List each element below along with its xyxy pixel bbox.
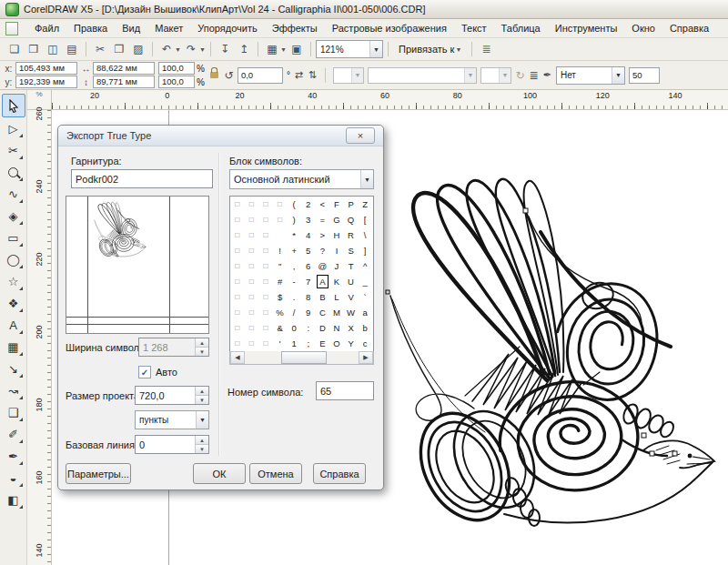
horizontal-ruler[interactable]: 20020406080100120140 [52,90,728,110]
character-cell[interactable]: K [329,274,344,289]
character-cell-selected[interactable]: A [316,274,330,289]
close-icon[interactable]: × [346,127,375,144]
character-cell[interactable]: a [358,305,372,320]
character-cell[interactable]: □ [230,336,245,351]
baseline-spinner[interactable]: 0 ▲▼ [135,435,209,454]
character-cell[interactable]: □ [258,289,273,305]
crop-tool[interactable]: ✂ [3,139,25,161]
character-cell[interactable]: 6 [301,258,316,274]
menu-item-3[interactable]: Вид [115,21,147,35]
character-cell[interactable]: W [344,305,359,320]
character-grid[interactable]: □□□□(2<FPZ□□□□)3=GQ[□□□*4>HR\□□□!+5?IS]□… [229,196,374,353]
character-cell[interactable]: Q [344,212,359,227]
character-cell[interactable]: □ [245,212,259,227]
character-cell[interactable]: □ [245,227,259,243]
character-cell[interactable]: □ [230,258,245,274]
new-document-icon[interactable]: ❏ [5,41,24,58]
scroll-right-icon[interactable]: ▶ [359,351,373,364]
character-cell[interactable]: S [344,243,359,258]
mirror-vertical-icon[interactable]: ⇅ [308,69,318,81]
ellipse-tool[interactable]: ◯ [3,248,25,270]
scale-x-field[interactable]: 100,0 [158,62,195,75]
character-cell[interactable]: : [301,320,316,336]
cut-icon[interactable]: ✂ [91,41,109,58]
dialog-title-bar[interactable]: Экспорт True Type × [58,126,383,146]
character-cell[interactable] [273,227,288,243]
scrollbar-thumb[interactable] [281,351,327,364]
character-cell[interactable]: U [344,274,359,289]
character-cell[interactable]: ' [273,336,288,351]
character-cell[interactable]: Z [358,197,372,212]
options-icon[interactable]: ≣ [477,41,495,58]
zoom-level-combo[interactable]: 121% ▼ [316,40,383,58]
character-cell[interactable]: 7 [301,274,316,289]
character-cell[interactable]: R [344,227,359,243]
character-cell[interactable]: c [358,336,372,351]
character-cell[interactable]: L [329,289,344,305]
chevron-down-icon[interactable]: ▼ [280,46,287,53]
character-cell[interactable]: □ [258,320,273,336]
character-cell[interactable]: * [287,227,301,243]
character-cell[interactable]: □ [258,258,273,274]
character-cell[interactable]: _ [358,274,372,289]
outline-pen-tool[interactable]: ✒ [3,445,25,467]
character-cell[interactable]: C [316,305,330,320]
connector-tool[interactable]: ↝ [3,379,25,401]
character-cell[interactable]: G [329,212,344,227]
paste-icon[interactable]: ▨ [129,41,147,58]
object-height-field[interactable]: 89,771 мм [93,76,155,88]
character-cell[interactable]: J [329,258,344,274]
character-cell[interactable]: ? [316,243,330,258]
ok-button[interactable]: ОК [193,463,246,484]
character-cell[interactable]: I [329,243,344,258]
character-cell[interactable]: □ [245,336,259,351]
character-cell[interactable]: . [287,289,301,305]
character-cell[interactable]: % [273,305,288,320]
character-cell[interactable]: O [329,336,344,351]
menu-item-7[interactable]: Растровые изображения [325,21,454,35]
table-tool[interactable]: ▦ [3,336,25,358]
character-cell[interactable]: □ [273,212,288,227]
auto-checkbox[interactable]: ✓ Авто [138,366,177,378]
character-cell[interactable]: □ [245,320,259,336]
character-cell[interactable]: & [273,320,288,336]
x-coordinate-field[interactable]: 105,493 мм [15,62,77,75]
application-launcher-icon[interactable]: ▦ [263,41,281,58]
chevron-down-icon[interactable]: ▼ [175,46,181,53]
character-cell[interactable]: ! [273,243,288,258]
character-cell[interactable]: > [316,227,330,243]
character-cell[interactable]: 5 [301,243,316,258]
scrollbar-track[interactable] [245,351,359,364]
spin-up-icon[interactable]: ▲ [196,436,208,445]
character-cell[interactable]: B [316,289,330,305]
help-button[interactable]: Справка [313,463,366,484]
project-size-value[interactable]: 720,0 [136,387,195,404]
lock-ratio-icon[interactable] [210,72,218,78]
chevron-down-icon[interactable]: ▼ [369,41,382,57]
character-cell[interactable]: @ [316,258,330,274]
menu-item-6[interactable]: Эффекты [265,21,325,35]
menu-item-11[interactable]: Окно [624,21,662,35]
character-cell[interactable]: 1 [287,336,301,351]
menu-item-5[interactable]: Упорядочить [190,21,264,35]
spin-down-icon[interactable]: ▼ [196,396,208,404]
wrap-text-icon[interactable]: ≣ [529,69,539,82]
character-cell[interactable]: N [329,320,344,336]
character-cell[interactable]: □ [245,197,259,212]
polygon-tool[interactable]: ☆ [3,270,25,292]
character-cell[interactable]: □ [258,243,273,258]
character-cell[interactable]: ^ [358,258,372,274]
spin-down-icon[interactable]: ▼ [196,445,208,453]
character-cell[interactable]: ( [287,197,301,212]
scroll-left-icon[interactable]: ◀ [230,351,245,364]
character-cell[interactable]: - [287,274,301,289]
units-combo[interactable]: пункты ▼ [135,410,209,429]
mirror-horizontal-icon[interactable]: ⇄ [294,69,304,81]
calligraphic-bird-drawing[interactable] [374,166,728,540]
character-grid-scrollbar[interactable]: ◀ ▶ [229,351,374,365]
character-cell[interactable]: □ [245,305,259,320]
shape-tool[interactable]: ▷ [3,117,25,139]
character-cell[interactable]: □ [258,197,273,212]
character-cell[interactable]: □ [245,243,259,258]
character-cell[interactable]: E [316,336,330,351]
